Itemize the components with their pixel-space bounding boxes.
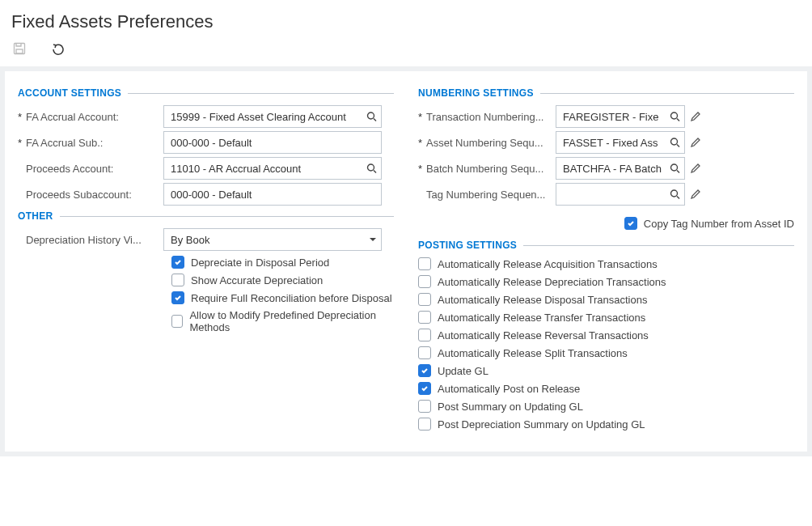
required-star [18, 163, 24, 175]
fa-accrual-account-row: *FA Accrual Account: [18, 105, 394, 128]
depreciate-disposal-row[interactable]: Depreciate in Disposal Period [18, 256, 394, 269]
transaction-numbering-row: *Transaction Numbering... [418, 105, 794, 128]
required-star [418, 189, 425, 201]
checkbox[interactable] [418, 364, 431, 377]
edit-pencil-icon[interactable] [690, 189, 701, 200]
right-column: NUMBERING SETTINGS *Transaction Numberin… [418, 83, 794, 435]
fa-accrual-sub-input[interactable] [163, 131, 382, 154]
checkbox-label: Automatically Release Depreciation Trans… [438, 276, 666, 288]
checkbox[interactable] [171, 274, 184, 286]
section-rule [540, 93, 794, 94]
checkbox-label: Copy Tag Number from Asset ID [644, 218, 794, 230]
checkbox-label: Automatically Release Transfer Transacti… [438, 312, 645, 324]
checkbox[interactable] [171, 256, 184, 269]
checkbox[interactable] [418, 329, 431, 341]
checkbox-label: Automatically Release Split Transactions [438, 347, 628, 359]
checkbox[interactable] [418, 293, 431, 306]
fa-accrual-sub-row: *FA Accrual Sub.: [18, 131, 394, 154]
field-label: Proceeds Subaccount: [26, 189, 132, 201]
field-label: Proceeds Account: [26, 163, 113, 175]
required-star [18, 234, 24, 246]
field-label: Depreciation History Vi... [26, 234, 142, 246]
required-star: * [418, 137, 425, 149]
checkbox[interactable] [171, 291, 184, 304]
checkbox[interactable] [418, 400, 431, 413]
field-label: Tag Numbering Sequen... [426, 189, 545, 201]
checkbox-label: Automatically Release Acquisition Transa… [438, 258, 658, 270]
required-star: * [418, 111, 425, 123]
required-star [18, 189, 24, 201]
undo-icon [51, 42, 66, 55]
checkbox-label: Update GL [438, 365, 488, 377]
auto-post-row[interactable]: Automatically Post on Release [418, 382, 794, 395]
save-button[interactable] [11, 40, 27, 57]
checkbox-label: Automatically Release Reversal Transacti… [438, 329, 649, 341]
transaction-numbering-input[interactable] [556, 105, 685, 128]
auto-disposal-row[interactable]: Automatically Release Disposal Transacti… [418, 293, 794, 306]
checkbox[interactable] [418, 418, 431, 431]
required-star: * [18, 111, 24, 123]
field-label: FA Accrual Account: [26, 111, 119, 123]
copy-tag-row[interactable]: Copy Tag Number from Asset ID [624, 217, 794, 230]
checkbox-label: Post Depreciation Summary on Updating GL [438, 418, 645, 431]
asset-numbering-input[interactable] [556, 131, 685, 154]
edit-pencil-icon[interactable] [690, 137, 701, 148]
tag-numbering-input[interactable] [556, 183, 685, 206]
proceeds-sub-row: Proceeds Subaccount: [18, 183, 394, 206]
field-label: Asset Numbering Sequ... [426, 137, 543, 149]
checkbox-label: Automatically Post on Release [438, 383, 580, 395]
dep-history-view-select[interactable] [163, 228, 382, 251]
section-other: OTHER [18, 210, 394, 222]
checkbox[interactable] [418, 275, 431, 288]
revert-button[interactable] [50, 40, 66, 57]
toolbar [0, 40, 812, 66]
post-summary-row[interactable]: Post Summary on Updating GL [418, 400, 794, 413]
section-account-settings: ACCOUNT SETTINGS [18, 87, 394, 99]
edit-pencil-icon[interactable] [690, 163, 701, 174]
section-title: OTHER [18, 210, 53, 222]
proceeds-account-input[interactable] [163, 157, 382, 180]
auto-split-row[interactable]: Automatically Release Split Transactions [418, 346, 794, 359]
allow-modify-row[interactable]: Allow to Modify Predefined Depreciation … [18, 309, 394, 333]
section-rule [60, 216, 395, 217]
auto-depreciation-row[interactable]: Automatically Release Depreciation Trans… [418, 275, 794, 288]
checkbox-label: Automatically Release Disposal Transacti… [438, 294, 647, 306]
edit-pencil-icon[interactable] [690, 111, 701, 122]
batch-numbering-input[interactable] [556, 157, 685, 180]
svg-rect-1 [16, 49, 23, 53]
checkbox[interactable] [418, 382, 431, 395]
save-icon [13, 42, 26, 55]
checkbox-label: Show Accurate Depreciation [191, 274, 323, 286]
section-title: ACCOUNT SETTINGS [18, 87, 121, 99]
proceeds-sub-input[interactable] [163, 183, 382, 206]
post-dep-summary-row[interactable]: Post Depreciation Summary on Updating GL [418, 418, 794, 431]
field-label: FA Accrual Sub.: [26, 137, 103, 149]
auto-transfer-row[interactable]: Automatically Release Transfer Transacti… [418, 311, 794, 324]
auto-reversal-row[interactable]: Automatically Release Reversal Transacti… [418, 329, 794, 341]
section-title: NUMBERING SETTINGS [418, 87, 534, 99]
checkbox[interactable] [418, 346, 431, 359]
checkbox-label: Require Full Reconciliation before Dispo… [191, 292, 392, 304]
proceeds-account-row: Proceeds Account: [18, 157, 394, 180]
fa-accrual-account-input[interactable] [163, 105, 382, 128]
required-star: * [18, 137, 24, 149]
dep-history-view-row: Depreciation History Vi... [18, 228, 394, 251]
checkbox-label: Depreciate in Disposal Period [191, 257, 329, 269]
required-star: * [418, 163, 425, 175]
section-rule [523, 245, 794, 246]
require-reconcile-row[interactable]: Require Full Reconciliation before Dispo… [18, 291, 394, 304]
checkbox[interactable] [418, 257, 431, 270]
field-label: Transaction Numbering... [426, 111, 543, 123]
section-posting-settings: POSTING SETTINGS [418, 240, 794, 251]
auto-acquisition-row[interactable]: Automatically Release Acquisition Transa… [418, 257, 794, 270]
batch-numbering-row: *Batch Numbering Sequ... [418, 157, 794, 180]
field-label: Batch Numbering Sequ... [426, 163, 543, 175]
show-accurate-row[interactable]: Show Accurate Depreciation [18, 274, 394, 286]
update-gl-row[interactable]: Update GL [418, 364, 794, 377]
checkbox[interactable] [624, 217, 637, 230]
checkbox[interactable] [171, 315, 183, 328]
section-numbering-settings: NUMBERING SETTINGS [418, 87, 794, 99]
asset-numbering-row: *Asset Numbering Sequ... [418, 131, 794, 154]
checkbox[interactable] [418, 311, 431, 324]
checkbox-label: Post Summary on Updating GL [438, 401, 583, 413]
